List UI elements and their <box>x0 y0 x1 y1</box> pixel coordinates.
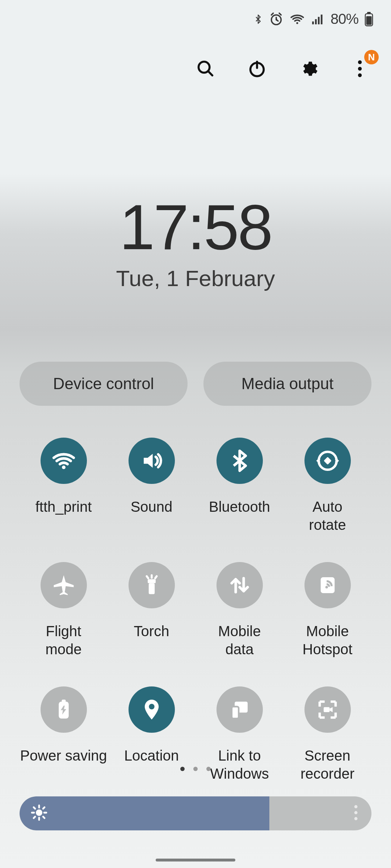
brightness-expand-button[interactable] <box>353 805 358 822</box>
mobile-hotspot-icon <box>304 562 351 608</box>
clock-time: 17:58 <box>0 195 391 259</box>
wifi-label: ftth_print <box>35 498 92 516</box>
svg-point-14 <box>62 465 66 469</box>
alarm-status-icon <box>269 12 283 26</box>
wifi-icon <box>41 438 87 484</box>
toggle-wifi[interactable]: ftth_print <box>20 438 108 534</box>
sound-icon <box>129 438 175 484</box>
battery-text: 80% <box>331 11 358 27</box>
auto-rotate-icon <box>304 438 351 484</box>
power-button[interactable] <box>246 58 268 80</box>
sound-label: Sound <box>131 498 173 516</box>
link-to-windows-label: Link toWindows <box>210 746 269 783</box>
svg-rect-4 <box>318 17 320 24</box>
screen-recorder-label: Screenrecorder <box>300 746 354 783</box>
bluetooth-label: Bluetooth <box>209 498 270 516</box>
svg-point-13 <box>358 73 362 77</box>
device-control-button[interactable]: Device control <box>20 362 188 406</box>
notification-badge: N <box>364 50 379 64</box>
svg-rect-6 <box>367 12 371 13</box>
toggle-mobile-data[interactable]: Mobiledata <box>196 562 283 658</box>
toggle-mobile-hotspot[interactable]: MobileHotspot <box>283 562 371 658</box>
torch-label: Torch <box>134 622 169 641</box>
status-bar: 80% <box>0 0 391 38</box>
svg-point-23 <box>149 704 154 709</box>
bluetooth-icon <box>216 438 263 484</box>
wifi-status-icon <box>289 12 305 26</box>
svg-rect-26 <box>324 707 330 712</box>
svg-rect-25 <box>232 707 239 719</box>
settings-button[interactable] <box>298 58 319 80</box>
svg-rect-17 <box>148 583 155 594</box>
pill-row: Device control Media output <box>20 362 371 406</box>
svg-rect-22 <box>62 700 66 702</box>
toggle-auto-rotate[interactable]: Autorotate <box>283 438 371 534</box>
page-dot[interactable] <box>193 767 198 771</box>
svg-point-28 <box>354 805 358 808</box>
power-saving-icon <box>41 686 87 733</box>
mobile-data-label: Mobiledata <box>218 622 261 658</box>
brightness-fill <box>20 796 269 830</box>
svg-point-1 <box>296 22 298 24</box>
svg-rect-3 <box>315 19 317 24</box>
power-icon <box>248 59 266 78</box>
flight-mode-label: Flightmode <box>45 622 81 658</box>
panel-action-row: N <box>0 58 391 80</box>
auto-rotate-label: Autorotate <box>309 498 346 534</box>
power-saving-label: Power saving <box>20 746 107 765</box>
location-label: Location <box>124 746 179 765</box>
battery-icon <box>364 12 374 26</box>
brightness-slider[interactable] <box>20 796 371 830</box>
gear-icon <box>299 59 318 78</box>
toggle-torch[interactable]: Torch <box>108 562 196 658</box>
bluetooth-status-icon <box>253 12 263 26</box>
svg-rect-8 <box>366 16 372 25</box>
flight-mode-icon <box>41 562 87 608</box>
page-dot[interactable] <box>180 767 185 771</box>
clock-date: Tue, 1 February <box>0 265 391 291</box>
mobile-data-icon <box>216 562 263 608</box>
svg-rect-2 <box>312 21 314 24</box>
svg-rect-18 <box>148 579 156 583</box>
svg-rect-16 <box>324 457 332 465</box>
clock-block: 17:58 Tue, 1 February <box>0 195 391 291</box>
brightness-icon <box>30 804 48 823</box>
svg-point-27 <box>36 809 42 816</box>
mobile-hotspot-label: MobileHotspot <box>303 622 353 658</box>
screen-recorder-icon <box>304 686 351 733</box>
torch-icon <box>129 562 175 608</box>
page-indicator <box>0 767 391 771</box>
svg-point-20 <box>325 586 328 588</box>
link-to-windows-icon <box>216 686 263 733</box>
signal-status-icon <box>311 12 325 26</box>
toggle-sound[interactable]: Sound <box>108 438 196 534</box>
svg-rect-5 <box>321 14 323 24</box>
svg-point-11 <box>358 60 362 64</box>
media-output-button[interactable]: Media output <box>203 362 371 406</box>
toggle-flight-mode[interactable]: Flightmode <box>20 562 108 658</box>
svg-point-29 <box>354 811 358 814</box>
search-icon <box>196 59 215 78</box>
toggle-bluetooth[interactable]: Bluetooth <box>196 438 283 534</box>
nav-handle[interactable] <box>156 859 235 861</box>
quick-toggle-grid: ftth_printSoundBluetoothAutorotateFlight… <box>20 438 371 783</box>
svg-point-12 <box>358 67 362 71</box>
svg-point-30 <box>354 817 358 820</box>
search-button[interactable] <box>195 58 216 80</box>
more-vert-icon <box>357 60 362 77</box>
location-icon <box>129 686 175 733</box>
more-button[interactable]: N <box>349 58 371 80</box>
page-dot[interactable] <box>206 767 211 771</box>
